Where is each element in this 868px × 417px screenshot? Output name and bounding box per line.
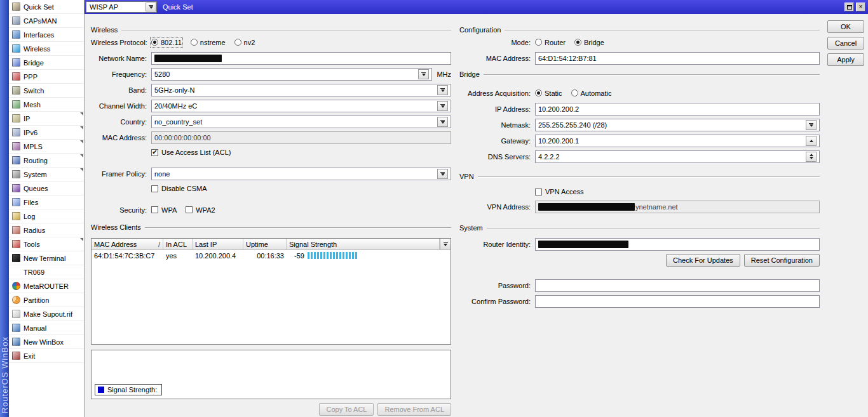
remove-from-acl-button[interactable]: Remove From ACL [377,403,451,416]
column-chooser-button[interactable] [440,239,451,249]
switch-icon [12,86,20,95]
chevron-down-icon[interactable] [418,69,429,79]
sidebar-item-ppp[interactable]: PPP [9,70,84,84]
sidebar-item-mesh[interactable]: Mesh [9,98,84,112]
sidebar-item-quick-set[interactable]: Quick Set [9,0,84,14]
disable-csma-checkbox[interactable]: Disable CSMA [151,185,207,192]
password-input[interactable] [535,279,820,292]
interfaces-icon [12,30,20,39]
apply-button[interactable]: Apply [827,53,864,66]
sidebar-item-exit[interactable]: Exit [9,349,84,363]
column-header-in-acl[interactable]: In ACL [163,239,193,249]
sidebar-item-radius[interactable]: Radius [9,223,84,237]
vpn-access-checkbox[interactable]: VPN Access [535,188,584,195]
sidebar-item-new-winbox[interactable]: New WinBox [9,335,84,349]
column-header-signal-strength[interactable]: Signal Strength [287,239,440,249]
sidebar-item-system[interactable]: System [9,168,84,182]
wpa2-checkbox[interactable]: WPA2 [186,206,215,214]
sidebar-item-log[interactable]: Log [9,209,84,223]
quickset-mode-combobox[interactable]: WISP AP [86,1,157,13]
sidebar-item-interfaces[interactable]: Interfaces [9,28,84,42]
sidebar-item-new-terminal[interactable]: New Terminal [9,251,84,265]
protocol-option-80211[interactable]: 802.11 [151,39,182,46]
chevron-down-icon[interactable] [146,3,156,11]
channel-width-dropdown[interactable]: 20/40MHz eC [151,100,451,112]
sidebar-item-partition[interactable]: Partition [9,293,84,307]
checkbox-icon[interactable] [151,149,158,156]
mode-option-bridge[interactable]: Bridge [574,39,604,46]
option-label: Bridge [584,39,604,46]
sidebar-item-capsman[interactable]: CAPsMAN [9,14,84,28]
reset-configuration-button[interactable]: Reset Configuration [744,254,820,267]
sidebar-item-routing[interactable]: Routing [9,154,84,168]
framer-policy-dropdown[interactable]: none [151,168,451,180]
copy-to-acl-button[interactable]: Copy To ACL [319,403,374,416]
sidebar-item-mpls[interactable]: MPLS [9,140,84,154]
band-dropdown[interactable]: 5GHz-only-N [151,84,451,96]
radio-icon[interactable] [234,39,241,46]
sidebar-item-metarouter[interactable]: MetaROUTER [9,279,84,293]
ip-address-input[interactable]: 10.200.200.2 [535,103,820,116]
radio-icon[interactable] [191,39,198,46]
submenu-arrow-icon [80,238,83,241]
signal-strength-legend: Signal Strength: [95,384,162,395]
netmask-dropdown[interactable]: 255.255.255.240 (/28) [535,119,820,131]
client-row[interactable]: 64:D1:54:7C:3B:C7 yes 10.200.200.4 00:16… [92,250,451,261]
radio-icon[interactable] [574,39,581,46]
restore-window-button[interactable] [844,3,854,11]
section-system: System [459,223,820,232]
confirm-password-input[interactable] [535,295,820,308]
protocol-option-nstreme[interactable]: nstreme [191,39,226,46]
sidebar-item-bridge[interactable]: Bridge [9,56,84,70]
chevron-down-icon[interactable] [437,85,448,95]
acquisition-option-static[interactable]: Static [535,89,562,97]
ok-button[interactable]: OK [827,20,864,33]
gateway-input[interactable]: 10.200.200.1 [535,135,820,147]
mode-option-router[interactable]: Router [535,39,566,46]
checkbox-icon[interactable] [151,185,158,192]
column-header-last-ip[interactable]: Last IP [193,239,243,249]
sidebar-item-make-supout[interactable]: Make Supout.rif [9,307,84,321]
checkbox-icon[interactable] [151,206,158,213]
use-acl-checkbox[interactable]: Use Access List (ACL) [151,149,231,156]
sidebar-item-wireless[interactable]: Wireless [9,42,84,56]
window-title: Quick Set [157,3,193,11]
add-remove-entry-icon[interactable] [806,152,817,162]
sidebar-item-ip[interactable]: IP [9,112,84,126]
checkbox-icon[interactable] [535,189,542,195]
frequency-input[interactable]: 5280 [151,68,432,81]
cancel-button[interactable]: Cancel [827,37,864,50]
radio-icon[interactable] [535,39,542,46]
sidebar-item-tools[interactable]: Tools [9,237,84,251]
sidebar-item-switch[interactable]: Switch [9,84,84,98]
sidebar-item-files[interactable]: Files [9,195,84,209]
network-name-input[interactable] [151,52,451,65]
vpn-access-label: VPN Access [545,188,584,195]
column-header-mac[interactable]: MAC Address / [92,239,163,249]
protocol-option-nv2[interactable]: nv2 [234,39,255,46]
chevron-down-icon[interactable] [806,120,817,130]
sidebar-item-tr069[interactable]: TR069 [9,265,84,279]
chevron-down-icon[interactable] [437,169,448,179]
close-window-button[interactable]: × [856,3,865,11]
sidebar-item-manual[interactable]: Manual [9,321,84,335]
sidebar-item-queues[interactable]: Queues [9,182,84,195]
supout-file-icon [12,310,20,318]
router-identity-input[interactable] [535,238,820,251]
network-name-row: Network Name: [91,50,451,66]
chevron-down-icon[interactable] [437,117,448,127]
check-for-updates-button[interactable]: Check For Updates [666,254,740,267]
dns-servers-input[interactable]: 4.2.2.2 [535,150,820,163]
country-dropdown[interactable]: no_country_set [151,116,451,128]
acquisition-option-automatic[interactable]: Automatic [571,89,612,97]
checkbox-icon[interactable] [186,206,193,213]
radio-icon[interactable] [535,89,542,96]
sidebar-item-ipv6[interactable]: IPv6 [9,126,84,140]
add-entry-up-icon[interactable] [806,136,817,146]
radio-icon[interactable] [151,39,158,46]
column-header-uptime[interactable]: Uptime [243,239,287,249]
wpa-checkbox[interactable]: WPA [151,206,177,214]
chevron-down-icon[interactable] [437,101,448,111]
radio-icon[interactable] [571,89,578,96]
config-mac-input[interactable]: 64:D1:54:12:B7:81 [535,52,820,65]
